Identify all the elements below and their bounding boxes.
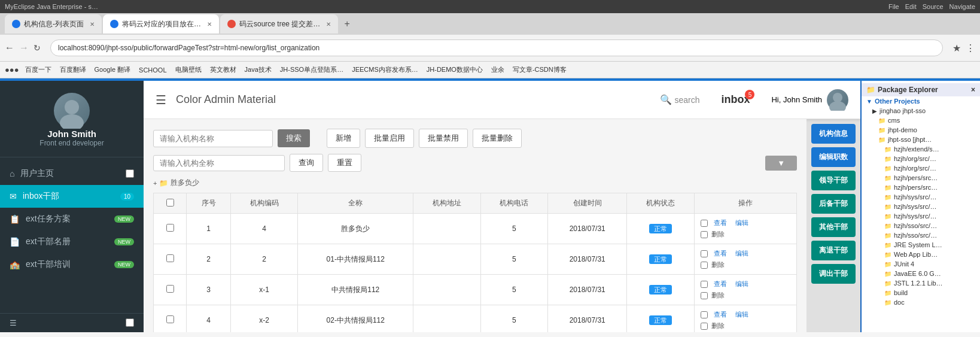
ide-item-16[interactable]: 📁Web App Lib… [862, 250, 980, 259]
ide-item-19[interactable]: 📁JSTL 1.2.1 Lib… [862, 278, 980, 288]
inbox-button[interactable]: inbox 5 [721, 93, 750, 106]
org-name-input[interactable] [153, 130, 273, 147]
forward-button[interactable]: → [19, 42, 29, 53]
hamburger-icon[interactable]: ☰ [156, 93, 166, 107]
action-view-checkbox-2[interactable] [701, 281, 708, 288]
ide-item-17[interactable]: 📁JUnit 4 [862, 259, 980, 269]
action-view-checkbox-0[interactable] [701, 220, 708, 227]
apps-icon[interactable]: ●●● [5, 65, 19, 74]
navigate-menu[interactable]: Navigate [949, 3, 975, 10]
ide-item-10[interactable]: 📁hzjh/sys/src/… [862, 192, 980, 202]
view-button-1[interactable]: 查看 [714, 249, 727, 258]
action-view-checkbox-1[interactable] [701, 250, 708, 257]
ide-item-0[interactable]: ▼Other Projects [862, 96, 980, 106]
sidebar-item-inbox[interactable]: ✉ inbox干部 10 [0, 185, 144, 208]
transfer-button[interactable]: 调出干部 [811, 264, 856, 284]
new-tab-button[interactable]: + [339, 19, 354, 29]
bookmark-star[interactable]: ★ [952, 42, 961, 54]
search-button[interactable]: 搜索 [278, 129, 310, 147]
ide-item-14[interactable]: 📁hzjh/sso/src/… [862, 230, 980, 240]
sidebar-toggle-checkbox[interactable] [126, 318, 134, 327]
select-all-checkbox[interactable] [166, 199, 174, 207]
edit-button-0[interactable]: 编辑 [735, 218, 748, 227]
ide-item-11[interactable]: 📁hzjh/sys/src/… [862, 202, 980, 211]
tab-close-2[interactable]: ✕ [207, 21, 212, 28]
tab-2[interactable]: 将码云对应的项目放在… ✕ [103, 14, 219, 34]
bookmark-translate[interactable]: 百度翻译 [57, 64, 89, 75]
bookmark-hobby[interactable]: 业余 [489, 64, 507, 75]
sidebar-item-roster[interactable]: 📄 ext干部名册 NEW [0, 230, 144, 253]
edit-info-button[interactable]: 编辑职数 [811, 147, 856, 167]
ide-item-6[interactable]: 📁hzjh/org/src/… [862, 154, 980, 163]
other-button[interactable]: 其他干部 [811, 217, 856, 237]
user-menu[interactable]: Hi, John Smith [771, 89, 848, 111]
bookmark-english[interactable]: 英文教材 [208, 64, 239, 75]
batch-delete-button[interactable]: 批量删除 [473, 129, 522, 148]
ide-item-9[interactable]: 📁hzjh/pers/src… [862, 183, 980, 192]
leave-button[interactable]: 离退干部 [811, 241, 856, 260]
ide-item-15[interactable]: 📁JRE System L… [862, 240, 980, 250]
row-checkbox-1[interactable] [166, 254, 174, 262]
settings-icon[interactable]: ⋮ [966, 42, 975, 54]
row-checkbox-2[interactable] [166, 285, 174, 293]
sidebar-item-home[interactable]: ⌂ 用户主页 [0, 162, 144, 185]
bookmark-school[interactable]: SCHOOL [136, 65, 169, 75]
ide-item-2[interactable]: 📁cms [862, 116, 980, 125]
action-delete-checkbox-0[interactable] [701, 231, 708, 238]
action-view-checkbox-3[interactable] [701, 311, 708, 318]
back-button[interactable]: ← [5, 42, 14, 53]
ide-item-13[interactable]: 📁hzjh/sso/src/… [862, 221, 980, 230]
org-info-button[interactable]: 机构信息 [811, 124, 856, 144]
ide-item-21[interactable]: 📁doc [862, 297, 980, 307]
edit-menu[interactable]: Edit [905, 3, 917, 10]
bookmark-jeecms[interactable]: JEECMS内容发布系… [349, 64, 421, 75]
add-button[interactable]: 新增 [327, 129, 360, 148]
query-button[interactable]: 查询 [290, 154, 323, 172]
action-delete-checkbox-3[interactable] [701, 323, 708, 330]
bookmark-wallpaper[interactable]: 电脑壁纸 [173, 64, 204, 75]
sidebar-bottom-icon[interactable]: ☰ [10, 318, 17, 327]
bookmark-csdn[interactable]: 写文章-CSDN博客 [510, 64, 569, 75]
nav-checkbox-home[interactable] [126, 169, 134, 178]
address-bar[interactable]: localhost:8090/jhpt-sso/public/forwardPa… [50, 40, 943, 56]
delete-button-3[interactable]: 删除 [711, 321, 725, 330]
ide-item-5[interactable]: 📁hzjh/extend/s… [862, 144, 980, 154]
source-menu[interactable]: Source [923, 3, 944, 10]
edit-button-1[interactable]: 编辑 [735, 249, 748, 258]
bookmark-google[interactable]: Google 翻译 [92, 64, 133, 75]
search-icon[interactable]: 🔍 search [660, 94, 699, 105]
tab-3[interactable]: 码云source tree 提交差… ✕ [220, 14, 338, 34]
batch-disable-button[interactable]: 批量禁用 [419, 129, 468, 148]
delete-button-2[interactable]: 删除 [711, 291, 725, 300]
ide-item-20[interactable]: 📁build [862, 288, 980, 297]
sidebar-item-training[interactable]: 🏫 ext干部培训 NEW [0, 253, 144, 276]
row-checkbox-0[interactable] [166, 224, 174, 232]
tab-close-3[interactable]: ✕ [326, 21, 331, 28]
backup-button[interactable]: 后备干部 [811, 194, 856, 214]
ide-item-12[interactable]: 📁hzjh/sys/src/… [862, 211, 980, 221]
view-button-3[interactable]: 查看 [714, 310, 727, 319]
action-delete-checkbox-2[interactable] [701, 292, 708, 299]
ide-item-3[interactable]: 📁jhpt-demo [862, 125, 980, 135]
sidebar-item-task[interactable]: 📋 ext任务方案 NEW [0, 208, 144, 230]
edit-button-2[interactable]: 编辑 [735, 280, 748, 289]
ide-item-7[interactable]: 📁hzjh/org/src/… [862, 163, 980, 173]
ide-item-8[interactable]: 📁hzjh/pers/src… [862, 173, 980, 183]
bookmark-baidu[interactable]: 百度一下 [23, 64, 54, 75]
dropdown-button[interactable]: ▼ [765, 156, 797, 171]
delete-button-0[interactable]: 删除 [711, 230, 725, 239]
ide-item-18[interactable]: 📁JavaEE 6.0 G… [862, 269, 980, 278]
tree-expand-icon[interactable]: + [153, 180, 157, 187]
reset-button[interactable]: 重置 [328, 154, 361, 172]
ide-item-1[interactable]: ▶jinghao jhpt-sso [862, 106, 980, 116]
org-fullname-input[interactable] [153, 155, 285, 171]
edit-button-3[interactable]: 编辑 [735, 310, 748, 319]
view-button-2[interactable]: 查看 [714, 280, 727, 289]
bookmark-jhsso[interactable]: JH-SSO单点登陆系… [278, 64, 346, 75]
view-button-0[interactable]: 查看 [714, 218, 727, 227]
ide-close-button[interactable]: × [971, 86, 975, 94]
file-menu[interactable]: File [888, 3, 899, 10]
tab-1[interactable]: 机构信息-列表页面 ✕ [5, 14, 102, 34]
row-checkbox-3[interactable] [166, 315, 174, 323]
refresh-button[interactable]: ↻ [34, 43, 41, 53]
